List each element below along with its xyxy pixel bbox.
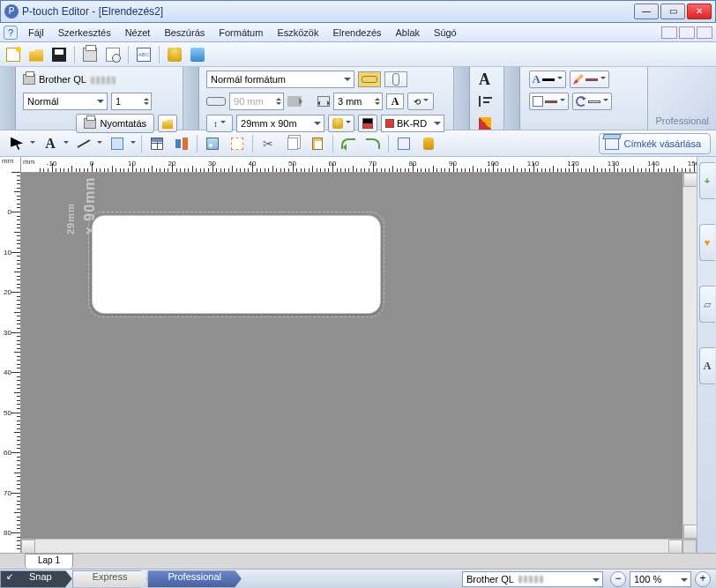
- print-icon: [83, 48, 97, 62]
- layout-tool[interactable]: [392, 133, 415, 154]
- image-tool[interactable]: [201, 133, 224, 154]
- sidetab-text[interactable]: A: [699, 347, 715, 384]
- mdi-restore-button[interactable]: [679, 26, 695, 39]
- redo-button[interactable]: [362, 133, 384, 154]
- layout-panel-tab[interactable]: [504, 67, 520, 130]
- table-tool[interactable]: [145, 133, 168, 154]
- sidetab-favorites[interactable]: ♥: [699, 224, 715, 261]
- print-button[interactable]: [80, 45, 100, 64]
- undo-button[interactable]: [337, 133, 360, 154]
- menu-edit[interactable]: Szerkesztés: [51, 26, 118, 40]
- screenshot-tool[interactable]: [226, 133, 249, 154]
- copy-button[interactable]: [281, 133, 304, 154]
- background-color-button[interactable]: [572, 93, 612, 110]
- color-preview-button[interactable]: [358, 115, 377, 132]
- paste-button[interactable]: [306, 133, 329, 154]
- cut-button[interactable]: ✂: [257, 133, 280, 154]
- ribbon-color-combo[interactable]: BK-RD: [381, 115, 444, 132]
- print-label: Nyomtatás: [100, 118, 146, 129]
- paper-panel-tab[interactable]: [183, 67, 199, 130]
- menu-view[interactable]: Nézet: [118, 26, 158, 40]
- line-tool[interactable]: [72, 133, 95, 154]
- table-icon: [151, 138, 163, 150]
- text-panel-tab[interactable]: [454, 67, 470, 130]
- text-direction-dropdown[interactable]: ⟲: [407, 93, 434, 110]
- new-button[interactable]: [4, 45, 23, 64]
- database-tool[interactable]: [417, 133, 440, 154]
- canvas[interactable]: 29mmx 90mm: [21, 173, 697, 539]
- mode-snap-button[interactable]: Snap: [0, 570, 72, 588]
- open-button[interactable]: [26, 45, 46, 64]
- menu-tools[interactable]: Eszközök: [270, 26, 325, 40]
- undo-icon: [341, 138, 355, 149]
- margin-spinner[interactable]: 3 mm: [333, 93, 383, 110]
- vertical-scrollbar[interactable]: [682, 173, 697, 539]
- media-detect-button[interactable]: ↕: [206, 115, 233, 132]
- line-dropdown[interactable]: [95, 133, 104, 154]
- arrange-tool[interactable]: [170, 133, 193, 154]
- label-object[interactable]: [92, 215, 381, 314]
- menu-file[interactable]: Fájl: [21, 26, 51, 40]
- horizontal-scrollbar[interactable]: [21, 539, 697, 553]
- orientation-landscape-button[interactable]: [358, 71, 381, 87]
- menu-help[interactable]: Súgó: [427, 26, 464, 40]
- format-text-button[interactable]: ABC: [134, 45, 153, 64]
- shape-dropdown[interactable]: [129, 133, 138, 154]
- media-combo[interactable]: 29mm x 90m: [236, 115, 324, 132]
- layout-panel-collapsed[interactable]: [504, 67, 520, 130]
- zoom-in-button[interactable]: +: [695, 571, 711, 587]
- menu-layout[interactable]: Elrendezés: [325, 26, 388, 40]
- sheet-tab-1[interactable]: Lap 1: [25, 554, 73, 569]
- text-direction-button[interactable]: A: [386, 93, 404, 109]
- maximize-button[interactable]: ▭: [660, 4, 685, 19]
- mode-professional-button[interactable]: Professional: [147, 570, 242, 588]
- copies-mode-combo[interactable]: Normál: [23, 93, 108, 110]
- mdi-close-button[interactable]: [697, 26, 712, 39]
- menu-window[interactable]: Ablak: [389, 26, 428, 40]
- pointer-dropdown[interactable]: [28, 133, 37, 154]
- sidetab-add[interactable]: +: [699, 162, 715, 199]
- media-options-button[interactable]: [328, 115, 354, 132]
- pointer-tool[interactable]: [5, 133, 28, 154]
- menu-format[interactable]: Formátum: [212, 26, 270, 40]
- text-tool[interactable]: A: [39, 133, 62, 154]
- print-panel-tab[interactable]: [0, 67, 16, 130]
- zoom-combo[interactable]: 100 %: [630, 571, 691, 587]
- status-printer-combo[interactable]: Brother QL▮▮▮▮▮: [462, 571, 603, 587]
- help-icon[interactable]: ?: [4, 26, 18, 40]
- scroll-up-button[interactable]: [683, 173, 697, 187]
- sidetab-history[interactable]: ▱: [699, 286, 715, 323]
- text-dropdown[interactable]: [62, 133, 71, 154]
- minimize-button[interactable]: —: [634, 4, 659, 19]
- paper-format-combo[interactable]: Normál formátum: [206, 71, 354, 88]
- text-panel: A: [454, 67, 504, 130]
- transfer-manager-button[interactable]: [188, 45, 207, 64]
- copies-spinner[interactable]: 1: [111, 93, 152, 110]
- print-action-button[interactable]: Nyomtatás: [76, 114, 154, 133]
- buy-labels-button[interactable]: Címkék vásárlása: [599, 133, 711, 154]
- pen-icon: [573, 74, 584, 85]
- print-options-button[interactable]: [158, 115, 177, 132]
- save-button[interactable]: [49, 45, 69, 64]
- workspace: mm 0102030405060708090 mm -1001020304050…: [0, 157, 716, 553]
- length-spinner[interactable]: 90 mm: [229, 93, 284, 110]
- scroll-down-button[interactable]: [683, 525, 697, 539]
- line-color-button[interactable]: [570, 71, 609, 88]
- options-icon: [162, 118, 173, 129]
- sheet-tabs: Lap 1: [0, 553, 716, 569]
- database-button[interactable]: [165, 45, 184, 64]
- menu-insert[interactable]: Beszúrás: [157, 26, 212, 40]
- scroll-right-button[interactable]: [668, 540, 682, 554]
- mdi-minimize-button[interactable]: [661, 26, 677, 39]
- mode-express-button[interactable]: Express: [72, 570, 148, 588]
- scroll-left-button[interactable]: [21, 540, 35, 554]
- close-button[interactable]: ✕: [687, 4, 712, 19]
- line-icon: [78, 139, 91, 148]
- zoom-out-button[interactable]: −: [610, 571, 626, 587]
- text-color-button[interactable]: A: [529, 71, 566, 88]
- shape-tool[interactable]: [106, 133, 129, 154]
- preview-button[interactable]: [103, 45, 123, 64]
- frame-color-button[interactable]: [529, 93, 569, 110]
- bicolor-icon: [362, 118, 373, 129]
- orientation-portrait-button[interactable]: [384, 71, 407, 87]
